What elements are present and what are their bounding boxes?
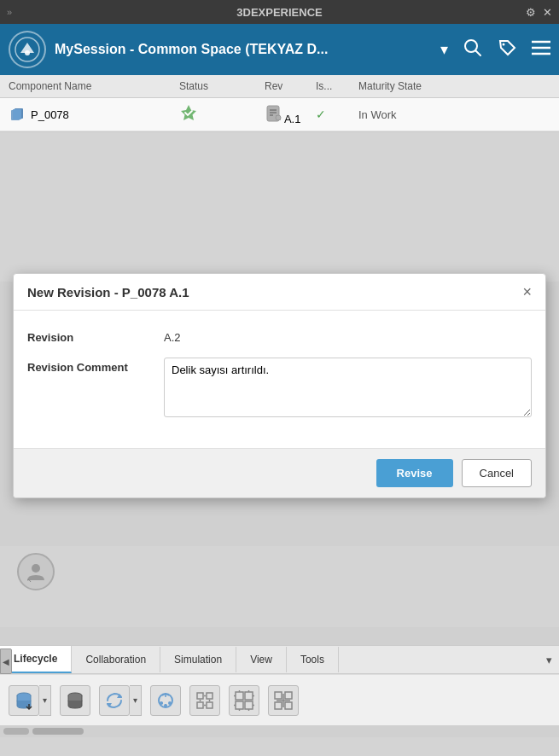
bottom-tabs: Lifecycle Collaboration Simulation View … bbox=[0, 645, 559, 674]
scrollbar-thumb[interactable] bbox=[32, 728, 84, 735]
toolbar-group-2 bbox=[60, 685, 90, 716]
toolbar-btn-database[interactable] bbox=[9, 685, 39, 716]
settings-icon[interactable]: ⚙ bbox=[526, 6, 536, 19]
svg-rect-49 bbox=[275, 692, 282, 699]
bottom-area: Lifecycle Collaboration Simulation View … bbox=[0, 645, 559, 756]
tag-icon[interactable] bbox=[498, 38, 516, 61]
svg-rect-28 bbox=[207, 693, 213, 699]
check-green-icon: ✓ bbox=[316, 108, 326, 121]
content-area bbox=[0, 132, 559, 282]
scrollbar-thumb-left[interactable] bbox=[3, 728, 29, 735]
col-header-is: Is... bbox=[316, 80, 358, 92]
rev-value: A.1 bbox=[284, 113, 301, 125]
col-header-status: Status bbox=[179, 80, 265, 92]
dialog-header: New Revision - P_0078 A.1 × bbox=[14, 274, 545, 311]
left-arrows-icon[interactable]: » bbox=[7, 7, 12, 17]
dialog: New Revision - P_0078 A.1 × Revision A.2… bbox=[13, 273, 546, 498]
svg-point-23 bbox=[168, 701, 172, 705]
left-side-arrow[interactable]: ◀ bbox=[0, 648, 12, 674]
dropdown-icon[interactable]: ▾ bbox=[440, 40, 448, 59]
toolbar-btn-rotate[interactable] bbox=[99, 685, 130, 716]
svg-line-3 bbox=[476, 50, 481, 55]
svg-rect-27 bbox=[197, 693, 203, 699]
revision-row: Revision A.2 bbox=[27, 328, 532, 344]
horizontal-scrollbar[interactable] bbox=[0, 725, 559, 737]
svg-rect-38 bbox=[245, 701, 253, 709]
svg-point-1 bbox=[25, 50, 30, 55]
status-icon-gray bbox=[265, 113, 284, 125]
toolbar-dropdown-1[interactable]: ▾ bbox=[39, 685, 51, 716]
toolbar-group-1: ▾ bbox=[9, 685, 51, 716]
svg-rect-29 bbox=[197, 702, 203, 708]
tab-chevron-icon[interactable]: ▾ bbox=[539, 647, 559, 673]
tab-simulation[interactable]: Simulation bbox=[160, 647, 236, 672]
svg-rect-36 bbox=[245, 692, 253, 700]
svg-point-4 bbox=[503, 43, 505, 45]
comment-label: Revision Comment bbox=[27, 358, 164, 374]
toolbar-group-4 bbox=[150, 685, 181, 716]
revision-value: A.2 bbox=[164, 328, 532, 344]
svg-rect-30 bbox=[207, 702, 213, 708]
toolbar-btn-grid1[interactable] bbox=[189, 685, 220, 716]
app-title: 3DEXPERIENCE bbox=[236, 6, 322, 19]
app-logo bbox=[9, 31, 46, 68]
comment-textarea[interactable]: Delik sayısı artırıldı. bbox=[164, 358, 532, 417]
tab-view[interactable]: View bbox=[236, 647, 287, 672]
col-header-name: Component Name bbox=[9, 80, 179, 92]
bottom-toolbar: ▾ ▾ bbox=[0, 674, 559, 725]
comment-row: Revision Comment Delik sayısı artırıldı. bbox=[27, 358, 532, 417]
component-name: P_0078 bbox=[31, 108, 69, 121]
tab-tools[interactable]: Tools bbox=[287, 647, 339, 672]
component-name-cell: P_0078 bbox=[9, 106, 179, 123]
spacer-area bbox=[0, 546, 559, 627]
close-icon[interactable]: ✕ bbox=[543, 6, 552, 19]
toolbar-group-5 bbox=[189, 685, 220, 716]
dialog-close-button[interactable]: × bbox=[522, 284, 532, 299]
toolbar-group-6 bbox=[229, 685, 259, 716]
menu-icon[interactable] bbox=[532, 40, 550, 60]
toolbar-btn-grid3[interactable] bbox=[268, 685, 299, 716]
svg-rect-52 bbox=[285, 702, 292, 709]
col-header-maturity: Maturity State bbox=[358, 80, 461, 92]
svg-rect-51 bbox=[275, 702, 282, 709]
search-icon[interactable] bbox=[463, 38, 482, 61]
table-area: Component Name Status Rev Is... Maturity… bbox=[0, 75, 559, 132]
toolbar-btn-cycle[interactable] bbox=[150, 685, 181, 716]
svg-point-16 bbox=[276, 115, 281, 120]
toolbar-btn-grid2[interactable] bbox=[229, 685, 259, 716]
status-icon-green bbox=[179, 110, 198, 125]
revision-label: Revision bbox=[27, 328, 164, 344]
cancel-button[interactable]: Cancel bbox=[462, 459, 532, 487]
rev-cell: A.1 bbox=[265, 104, 316, 125]
table-row[interactable]: P_0078 A.1 bbox=[0, 98, 559, 131]
dialog-body: Revision A.2 Revision Comment Delik sayı… bbox=[14, 311, 545, 448]
svg-rect-35 bbox=[236, 692, 243, 700]
toolbar-btn-database2[interactable] bbox=[60, 685, 90, 716]
svg-rect-37 bbox=[236, 701, 243, 709]
nav-title: MySession - Common Space (TEKYAZ D... bbox=[55, 42, 432, 57]
status-cell bbox=[179, 103, 265, 125]
component-icon bbox=[9, 106, 26, 123]
toolbar-group-3: ▾ bbox=[99, 685, 142, 716]
toolbar-dropdown-2[interactable]: ▾ bbox=[130, 685, 142, 716]
svg-marker-11 bbox=[181, 105, 196, 120]
toolbar-group-7 bbox=[268, 685, 299, 716]
dialog-footer: Revise Cancel bbox=[14, 448, 545, 497]
revise-button[interactable]: Revise bbox=[376, 459, 453, 487]
maturity-cell: In Work bbox=[358, 108, 461, 121]
svg-rect-10 bbox=[13, 109, 21, 119]
dialog-title: New Revision - P_0078 A.1 bbox=[27, 285, 189, 299]
is-cell: ✓ bbox=[316, 108, 358, 121]
col-header-rev: Rev bbox=[265, 80, 316, 92]
svg-point-17 bbox=[32, 564, 40, 573]
title-bar: » 3DEXPERIENCE ⚙ ✕ bbox=[0, 0, 559, 24]
tab-collaboration[interactable]: Collaboration bbox=[72, 647, 160, 672]
nav-bar: MySession - Common Space (TEKYAZ D... ▾ bbox=[0, 24, 559, 75]
avatar-area bbox=[0, 546, 559, 597]
svg-rect-50 bbox=[285, 692, 292, 699]
avatar[interactable] bbox=[17, 553, 55, 590]
table-header: Component Name Status Rev Is... Maturity… bbox=[0, 75, 559, 98]
